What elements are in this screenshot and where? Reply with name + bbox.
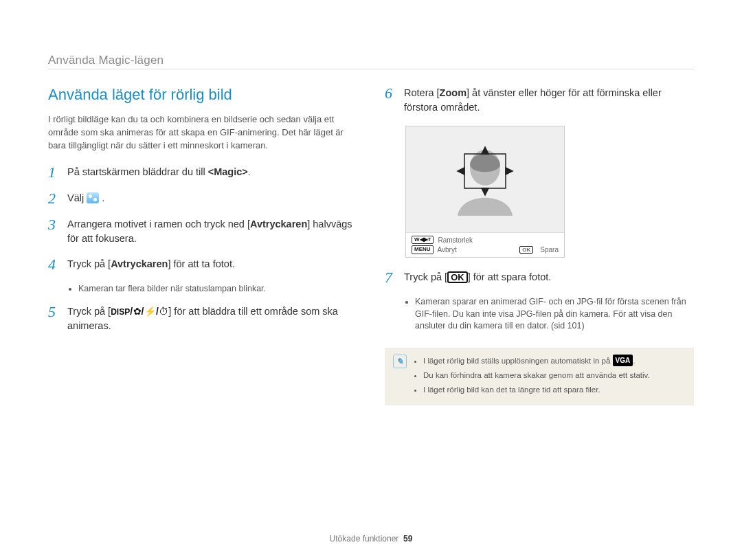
note-icon-wrap: ✎ bbox=[393, 355, 407, 399]
preview-line-1: W◀▶T Ramstorlek bbox=[412, 236, 559, 244]
step-body: På startskärmen bläddrar du till <Magic>… bbox=[67, 165, 357, 180]
step-4-sub: Kameran tar flera bilder när statuslampa… bbox=[69, 283, 357, 295]
step-body: Rotera [Zoom] åt vänster eller höger för… bbox=[404, 86, 694, 115]
right-column: 6 Rotera [Zoom] åt vänster eller höger f… bbox=[385, 86, 694, 405]
text: Välj bbox=[67, 192, 87, 203]
preview-line-2: MENU Avbryt OK Spara bbox=[412, 245, 559, 254]
step-7-sub: Kameran sparar en animerad GIF- och en J… bbox=[405, 296, 694, 333]
left-column: Använda läget för rörlig bild I rörligt … bbox=[48, 86, 357, 405]
motion-photo-mode-icon bbox=[87, 192, 99, 203]
note-item: Du kan förhindra att kamera skakar genom… bbox=[423, 370, 650, 381]
step-number: 2 bbox=[48, 191, 60, 206]
step-number: 7 bbox=[385, 270, 397, 285]
content-columns: Använda läget för rörlig bild I rörligt … bbox=[48, 86, 694, 405]
step-5: 5 Tryck på [DISP/✿/⚡/⏱] för att bläddra … bbox=[48, 304, 357, 333]
strong: <Magic> bbox=[208, 166, 248, 177]
step-body: Arrangera motivet i ramen och tryck ned … bbox=[67, 217, 357, 246]
note-item: I läget rörlig bild ställs upplösningen … bbox=[423, 355, 650, 367]
text: ] för att spara fotot. bbox=[468, 271, 552, 282]
strong: Avtryckaren bbox=[111, 258, 168, 269]
timer-icon: ⏱ bbox=[159, 306, 168, 317]
text: Tryck på [ bbox=[67, 258, 111, 269]
macro-icon: ✿ bbox=[133, 306, 142, 317]
step-body: Tryck på [OK] för att spara fotot. bbox=[404, 270, 694, 285]
camera-preview: W◀▶T Ramstorlek MENU Avbryt OK Spara bbox=[405, 126, 565, 258]
strong: Avtryckaren bbox=[250, 219, 307, 229]
save-label: Spara bbox=[540, 246, 559, 254]
breadcrumb: Använda Magic-lägen bbox=[48, 54, 164, 67]
text: På startskärmen bläddrar du till bbox=[67, 166, 208, 177]
flash-icon: ⚡ bbox=[144, 306, 156, 317]
step-1: 1 På startskärmen bläddrar du till <Magi… bbox=[48, 165, 357, 180]
page-number: 59 bbox=[403, 534, 412, 544]
preview-image bbox=[406, 126, 564, 232]
text: I läget rörlig bild ställs upplösningen … bbox=[423, 357, 613, 365]
note-panel: ✎ I läget rörlig bild ställs upplösninge… bbox=[385, 348, 694, 406]
step-2: 2 Välj . bbox=[48, 191, 357, 206]
page: Använda Magic-lägen Använda läget för rö… bbox=[0, 0, 742, 560]
step-7: 7 Tryck på [OK] för att spara fotot. bbox=[385, 270, 694, 285]
step-body: Tryck på [DISP/✿/⚡/⏱] för att bläddra ti… bbox=[67, 304, 357, 333]
disp-icon: DISP bbox=[111, 307, 130, 317]
text: Tryck på [ bbox=[404, 271, 447, 282]
note-item: I läget rörlig bild kan det ta längre ti… bbox=[423, 384, 650, 396]
header-rule bbox=[48, 69, 694, 69]
strong: Zoom bbox=[440, 87, 466, 98]
step-number: 3 bbox=[48, 217, 60, 246]
step-3: 3 Arrangera motivet i ramen och tryck ne… bbox=[48, 217, 357, 246]
step-6: 6 Rotera [Zoom] åt vänster eller höger f… bbox=[385, 86, 694, 115]
menu-badge-icon: MENU bbox=[412, 245, 434, 254]
step-body: Tryck på [Avtryckaren] för att ta fotot. bbox=[67, 257, 357, 272]
text: . bbox=[633, 357, 635, 365]
text: ] för att ta fotot. bbox=[168, 258, 235, 269]
text: Rotera [ bbox=[404, 87, 440, 98]
step-number: 6 bbox=[385, 86, 397, 115]
zoom-badge-icon: W◀▶T bbox=[412, 236, 434, 244]
intro-paragraph: I rörligt bildläge kan du ta och kombine… bbox=[48, 113, 357, 153]
text: Tryck på [ bbox=[67, 306, 111, 317]
section-heading: Använda läget för rörlig bild bbox=[48, 86, 357, 104]
step-number: 1 bbox=[48, 165, 60, 180]
step-4: 4 Tryck på [Avtryckaren] för att ta foto… bbox=[48, 257, 357, 272]
text: . bbox=[248, 166, 251, 177]
vga-icon: VGA bbox=[613, 355, 633, 366]
footer-section: Utökade funktioner bbox=[330, 534, 399, 544]
step-body: Välj . bbox=[67, 191, 357, 206]
bullet: Kameran sparar en animerad GIF- och en J… bbox=[415, 296, 694, 333]
cancel-label: Avbryt bbox=[438, 246, 457, 254]
preview-illustration bbox=[406, 126, 564, 232]
step-number: 5 bbox=[48, 304, 60, 333]
ok-badge-icon: OK bbox=[519, 246, 533, 254]
page-footer: Utökade funktioner 59 bbox=[0, 534, 742, 544]
bullet: Kameran tar flera bilder när statuslampa… bbox=[78, 283, 357, 295]
preview-statusbar: W◀▶T Ramstorlek MENU Avbryt OK Spara bbox=[406, 232, 564, 257]
step-number: 4 bbox=[48, 257, 60, 272]
frame-size-label: Ramstorlek bbox=[438, 236, 473, 244]
note-list: I läget rörlig bild ställs upplösningen … bbox=[414, 355, 650, 399]
text: Arrangera motivet i ramen och tryck ned … bbox=[67, 219, 250, 229]
note-icon: ✎ bbox=[393, 355, 407, 368]
ok-button-icon: OK bbox=[447, 271, 468, 283]
